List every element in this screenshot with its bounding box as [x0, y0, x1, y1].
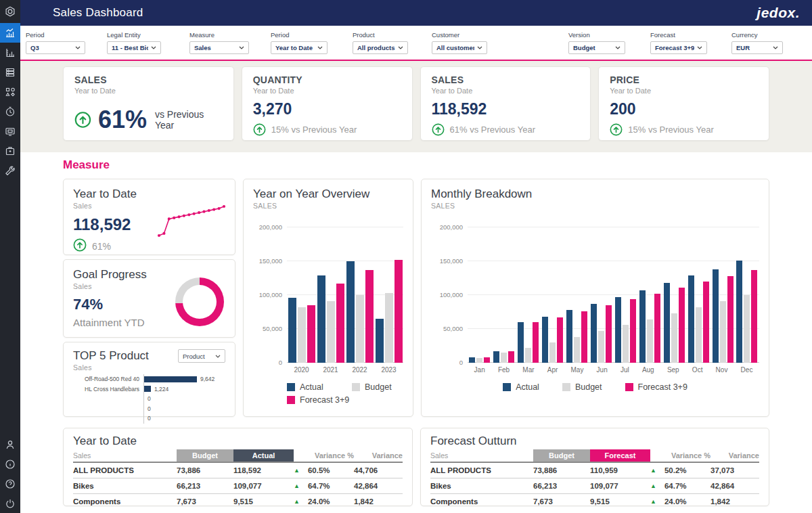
monthly-breakdown-chart-card: Monthly Breakdown SALES 050,000100,00015… [421, 179, 769, 417]
goal-progress-card: Goal Progress Sales 74% Attainment YTD [63, 259, 235, 338]
top-bar: Sales Dashboard jedox. [20, 0, 812, 26]
cell-actual: 109,077 [233, 478, 294, 493]
bar-budget [476, 358, 482, 363]
legend-swatch [287, 396, 295, 404]
legend-item-actual: Actual [287, 382, 352, 392]
x-axis-tick-label: 2020 [294, 366, 309, 374]
top5-bar [144, 386, 151, 392]
kpi-title: PRICE [610, 74, 758, 85]
bar-groups [287, 227, 403, 363]
legend-label: Actual [516, 382, 539, 392]
jedox-logo-icon[interactable] [0, 0, 20, 23]
cell-budget: 66,213 [533, 478, 590, 493]
bar-budget [671, 313, 677, 363]
bar-actual [664, 283, 670, 363]
card-title: Year to Date [73, 187, 225, 201]
modeler-nav-icon[interactable] [0, 82, 20, 102]
reports-nav-icon[interactable] [0, 23, 20, 43]
bar-forecast-3+9 [727, 276, 734, 363]
top5-bar-zone: 9,642 [143, 374, 225, 384]
legend-swatch [352, 383, 360, 391]
x-axis-tick-label: 2023 [381, 366, 396, 374]
cell-forecast: 109,077 [590, 478, 650, 493]
trend-up-triangle-icon: ▲ [294, 498, 300, 505]
donut-hole [183, 285, 217, 319]
filter-bar: PeriodQ3Legal Entity11 - Best BicyclMeas… [20, 26, 812, 61]
year-to-date-table: SalesBudgetActualVariance %VarianceALL P… [73, 449, 403, 509]
bar-group-aug [639, 227, 660, 363]
forecast-outturn-table-card: Forecast Outturn SalesBudgetForecastVari… [420, 428, 769, 506]
filter-version-select[interactable]: Budget [568, 41, 625, 54]
logout-power-icon[interactable] [0, 493, 20, 513]
bar-group-2020 [288, 227, 315, 363]
chevron-down-icon [773, 46, 778, 49]
kpi-delta-text: 15% vs Previous Year [271, 125, 357, 135]
administration-nav-icon[interactable] [0, 160, 20, 180]
legend-label: Budget [575, 382, 602, 392]
bar-budget [744, 295, 750, 363]
bar-forecast-3+9 [365, 270, 374, 363]
top5-bar-row: HL Cross Handlebars1,224 [73, 384, 225, 395]
kpi-card-price-3: PRICEYear to Date20015% vs Previous Year [598, 66, 769, 141]
top5-bar-label: Off-Road-500 Red 40 [73, 376, 143, 382]
chart-title: Monthly Breakdown [431, 187, 759, 201]
help-icon[interactable] [0, 474, 20, 493]
bar-forecast-3+9 [533, 322, 539, 363]
ytd-delta-text: 61% [92, 241, 111, 252]
designer-nav-icon[interactable] [0, 43, 20, 62]
card-subtitle: Sales [73, 363, 149, 372]
chart-legend: ActualBudgetForecast 3+9 [287, 382, 403, 405]
x-axis-tick-label: 2021 [323, 366, 338, 374]
y-axis-tick-label: 200,000 [440, 223, 463, 231]
scheduler-nav-icon[interactable] [0, 102, 20, 121]
column-header-variance: Variance [354, 449, 403, 462]
filter-value: All products [357, 44, 395, 51]
up-arrow-circle-icon [432, 123, 445, 136]
kpi-subtitle: Year to Date [253, 87, 401, 95]
filter-label: Legal Entity [107, 31, 161, 39]
filter-measure-select[interactable]: Sales [189, 41, 249, 54]
filter-currency-select[interactable]: EUR [731, 41, 783, 54]
x-axis-tick-label: Oct [692, 366, 703, 374]
top5-product-select[interactable]: Product [178, 349, 225, 363]
section-title: Measure [63, 158, 769, 172]
legend-item-budget: Budget [352, 382, 403, 392]
top5-bar-value: 0 [148, 395, 151, 402]
legend-label: Budget [365, 382, 392, 392]
filter-value: Q3 [30, 44, 72, 51]
chart-subtitle: SALES [431, 202, 759, 210]
bar-budget [501, 353, 507, 363]
database-nav-icon[interactable] [0, 62, 20, 82]
legend-item-forecast-3+9: Forecast 3+9 [287, 395, 352, 405]
filter-customer-select[interactable]: All customers [432, 41, 487, 54]
jedox-brand-logo: jedox. [757, 5, 800, 21]
bar-actual [346, 261, 355, 363]
filter-period-select[interactable]: Q3 [26, 41, 85, 54]
filter-label: Forecast [650, 31, 707, 39]
filter-period-select[interactable]: Year to Date [271, 41, 328, 54]
bar-budget [356, 295, 364, 363]
top5-product-select-value: Product [183, 353, 212, 360]
filter-label: Customer [432, 31, 487, 39]
marketplace-nav-icon[interactable] [0, 141, 20, 160]
filter-forecast-select[interactable]: Forecast 3+9 [650, 41, 707, 54]
table-measure-label: Sales [73, 449, 177, 462]
trend-up-triangle-icon: ▲ [650, 498, 656, 505]
filter-product-select[interactable]: All products [353, 41, 408, 54]
cell-variance-: ▲64.7% [294, 478, 354, 493]
user-icon[interactable] [0, 434, 20, 454]
bar-budget [298, 307, 306, 363]
top5-bar-zone: 0 [143, 404, 225, 414]
up-arrow-circle-icon [73, 238, 87, 252]
bar-forecast-3+9 [336, 284, 344, 363]
bar-budget [385, 293, 393, 363]
info-icon[interactable] [0, 454, 20, 474]
table-title: Forecast Outturn [430, 434, 759, 448]
table-measure-label: Sales [430, 449, 533, 462]
bar-group-oct [688, 227, 709, 363]
filter-legal-entity-select[interactable]: 11 - Best Bicycl [107, 41, 161, 54]
up-arrow-circle-icon [73, 238, 87, 254]
bar-budget [647, 319, 653, 363]
presentation-nav-icon[interactable] [0, 121, 20, 141]
variance-pct-value: 24.0% [308, 497, 330, 506]
